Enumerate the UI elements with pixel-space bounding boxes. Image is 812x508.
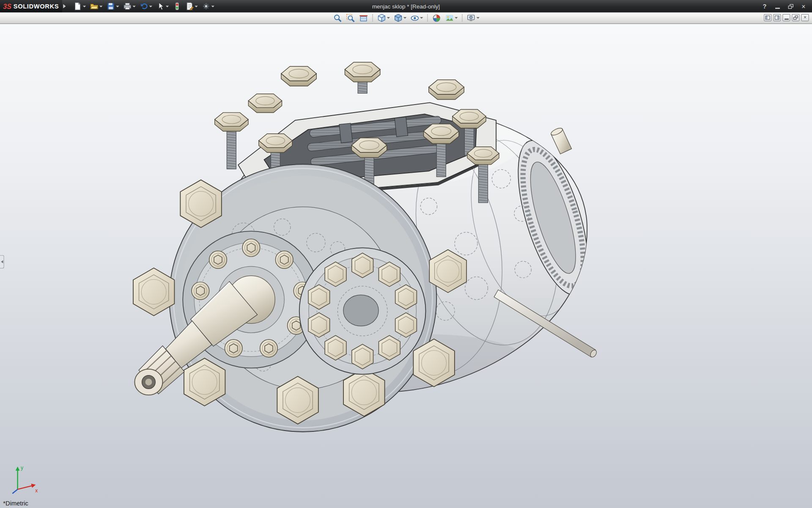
dropdown-caret-icon[interactable] [387, 17, 390, 19]
open-icon [90, 2, 99, 11]
dropdown-caret-icon[interactable] [132, 6, 135, 7]
dropdown-caret-icon[interactable] [82, 6, 85, 7]
document-close-button[interactable]: × [801, 14, 809, 21]
restore-button[interactable] [785, 2, 796, 11]
output-flange [299, 248, 426, 374]
save-button[interactable] [105, 1, 121, 11]
dropdown-caret-icon[interactable] [165, 6, 168, 7]
close-button[interactable]: × [798, 2, 809, 11]
menu-expand-chevron-icon[interactable] [63, 4, 66, 8]
pane-right-button[interactable] [773, 14, 781, 21]
zoom-to-area-icon [346, 13, 355, 22]
document-minimize-button[interactable] [782, 14, 790, 21]
section-view-button[interactable] [358, 13, 369, 23]
apply-scene-button[interactable] [444, 13, 459, 23]
dropdown-caret-icon[interactable] [476, 17, 479, 19]
dropdown-caret-icon[interactable] [195, 6, 198, 7]
toolbar-separator [427, 14, 428, 22]
chevron-left-icon [1, 260, 3, 263]
dropdown-caret-icon[interactable] [211, 6, 214, 7]
pane-left-icon [765, 16, 770, 20]
heads-up-view-toolbar [332, 13, 480, 23]
print-button[interactable] [121, 1, 137, 11]
options-button[interactable] [200, 1, 216, 11]
view-settings-button[interactable] [465, 13, 480, 23]
view-orientation-button[interactable] [376, 13, 391, 23]
display-style-button[interactable] [392, 13, 408, 23]
restore-icon [788, 4, 793, 8]
triad-y-label: y [21, 465, 24, 471]
minimize-button[interactable] [772, 2, 783, 11]
dassault-logo-mark: 3S [3, 3, 11, 10]
view-orientation-label: *Dimetric [3, 500, 28, 507]
solidworks-window: 3S SOLIDWORKS [0, 0, 812, 508]
view-orientation-cube-icon [377, 13, 386, 22]
document-window-controls: × [764, 14, 809, 21]
new-document-button[interactable] [72, 1, 88, 11]
help-button[interactable]: ? [759, 2, 770, 11]
app-logo: 3S SOLIDWORKS [0, 0, 62, 12]
zoom-to-fit-button[interactable] [332, 13, 343, 23]
graphics-area[interactable]: y x *Dimetric [0, 24, 812, 508]
titlebar: 3S SOLIDWORKS [0, 0, 812, 12]
display-style-icon [393, 13, 403, 22]
triad-x-label: x [35, 488, 38, 494]
dropdown-caret-icon[interactable] [116, 6, 119, 7]
zoom-to-fit-icon [333, 13, 342, 22]
file-properties-icon [185, 2, 194, 11]
minimize-icon [784, 19, 788, 19]
rebuild-button[interactable] [171, 1, 183, 11]
edit-appearance-ball-icon [432, 13, 441, 22]
restore-icon [793, 16, 798, 20]
dropdown-caret-icon[interactable] [454, 17, 457, 19]
document-restore-button[interactable] [792, 14, 799, 21]
reference-triad: y x [6, 462, 43, 495]
hide-show-items-button[interactable] [409, 13, 424, 23]
new-document-icon [73, 2, 82, 11]
dropdown-caret-icon[interactable] [420, 17, 422, 19]
dropdown-caret-icon[interactable] [149, 6, 152, 7]
open-button[interactable] [88, 1, 104, 11]
heads-up-toolbar-row: × [0, 12, 812, 24]
section-view-icon [359, 13, 368, 22]
pane-right-icon [775, 16, 779, 20]
model-canvas[interactable] [0, 24, 812, 508]
options-gear-icon [202, 2, 210, 11]
window-title: menjac sklop * [Read-only] [372, 3, 440, 9]
select-button[interactable] [155, 1, 170, 11]
apply-scene-icon [444, 13, 454, 22]
window-controls: ? × [759, 2, 812, 11]
standard-toolbar [72, 1, 216, 11]
print-icon [123, 2, 132, 11]
undo-button[interactable] [138, 1, 154, 11]
rebuild-traffic-light-icon [173, 2, 181, 11]
dropdown-caret-icon[interactable] [99, 6, 102, 7]
edit-appearance-button[interactable] [431, 13, 442, 23]
hide-show-items-eye-icon [410, 13, 419, 22]
minimize-icon [775, 8, 780, 8]
view-settings-icon [466, 13, 476, 22]
select-cursor-icon [156, 2, 165, 11]
dropdown-caret-icon[interactable] [403, 17, 406, 19]
file-properties-button[interactable] [184, 1, 199, 11]
app-logo-text: SOLIDWORKS [14, 3, 59, 10]
undo-icon [140, 2, 148, 11]
toolbar-separator [462, 14, 462, 22]
collapsed-panel-tab[interactable] [0, 255, 4, 268]
toolbar-separator [372, 14, 373, 22]
pane-left-button[interactable] [764, 14, 771, 21]
zoom-to-area-button[interactable] [345, 13, 356, 23]
save-icon [107, 2, 115, 11]
